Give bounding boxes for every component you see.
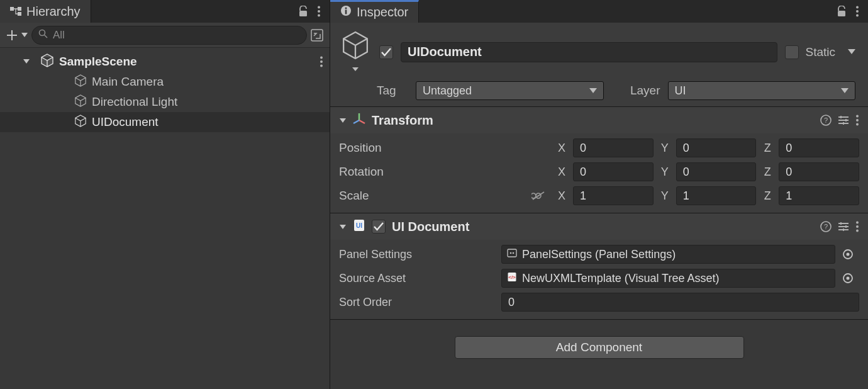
static-checkbox[interactable] xyxy=(785,45,799,59)
position-y-input[interactable]: 0 xyxy=(676,138,757,157)
x-label: X xyxy=(554,166,569,179)
scale-label: Scale xyxy=(339,189,528,203)
inspector-panel: Inspector UIDocument xyxy=(330,0,868,389)
source-asset-field[interactable]: </> NewUXMLTemplate (Visual Tree Asset) xyxy=(501,269,835,288)
component-menu-icon[interactable] xyxy=(855,115,859,126)
object-picker-icon[interactable] xyxy=(840,247,855,262)
hierarchy-item-directional-light[interactable]: Directional Light xyxy=(0,92,330,112)
hierarchy-item-label: Directional Light xyxy=(92,95,177,109)
scale-z-input[interactable]: 1 xyxy=(779,186,859,205)
add-component-button[interactable]: Add Component xyxy=(455,336,744,359)
object-picker-icon[interactable] xyxy=(840,271,855,286)
tag-value: Untagged xyxy=(423,84,472,98)
svg-rect-2 xyxy=(18,12,21,16)
svg-point-11 xyxy=(320,60,323,63)
y-label: Y xyxy=(657,166,672,179)
sort-order-input[interactable]: 0 xyxy=(501,293,859,312)
source-asset-value: NewUXMLTemplate (Visual Tree Asset) xyxy=(522,272,719,285)
search-placeholder: All xyxy=(53,29,65,42)
hierarchy-toolbar: All xyxy=(0,23,330,48)
gameobject-cube-icon[interactable] xyxy=(339,29,372,62)
hierarchy-tab[interactable]: Hierarchy xyxy=(0,0,91,23)
hierarchy-tree: SampleScene Main Camera Directional Ligh… xyxy=(0,48,330,136)
uidocument-component: UI UI Document ? Panel Settings PanelSet… xyxy=(330,213,868,320)
static-dropdown-icon[interactable] xyxy=(848,49,855,55)
preset-icon[interactable] xyxy=(838,115,849,126)
rotation-x-input[interactable]: 0 xyxy=(573,162,654,181)
info-icon xyxy=(340,5,352,20)
chevron-down-icon xyxy=(23,59,35,65)
hierarchy-icon xyxy=(10,4,21,19)
svg-rect-0 xyxy=(10,7,14,11)
hierarchy-tab-bar: Hierarchy xyxy=(0,0,330,23)
active-checkbox[interactable] xyxy=(379,45,393,59)
svg-rect-3 xyxy=(299,11,307,16)
hierarchy-item-uidocument[interactable]: UIDocument xyxy=(0,112,330,132)
hierarchy-panel: Hierarchy All xyxy=(0,0,330,389)
panel-settings-value: PanelSettings (Panel Settings) xyxy=(522,248,676,261)
chevron-down-icon[interactable] xyxy=(352,62,359,75)
z-label: Z xyxy=(760,166,775,179)
inspector-lock-icon[interactable] xyxy=(837,6,847,17)
svg-point-5 xyxy=(318,10,320,13)
uidocument-header[interactable]: UI UI Document ? xyxy=(330,213,868,240)
help-icon[interactable]: ? xyxy=(820,221,832,232)
preset-icon[interactable] xyxy=(838,221,849,232)
inspector-tab[interactable]: Inspector xyxy=(330,0,419,23)
transform-header[interactable]: Transform ? xyxy=(330,107,868,133)
sort-order-value: 0 xyxy=(508,296,515,309)
transform-icon xyxy=(353,113,365,128)
svg-point-17 xyxy=(856,6,859,9)
tag-dropdown[interactable]: Untagged xyxy=(416,81,604,100)
position-z-input[interactable]: 0 xyxy=(779,138,859,157)
constrain-scale-icon[interactable] xyxy=(531,191,550,201)
object-name-input[interactable]: UIDocument xyxy=(401,42,777,62)
hierarchy-item-label: UIDocument xyxy=(92,115,159,129)
hierarchy-item-label: Main Camera xyxy=(92,75,164,89)
svg-point-19 xyxy=(856,14,859,17)
hierarchy-scene-row[interactable]: SampleScene xyxy=(0,52,330,72)
add-dropdown-icon[interactable] xyxy=(21,33,28,38)
position-x-input[interactable]: 0 xyxy=(573,138,654,157)
chevron-down-icon xyxy=(339,114,347,127)
static-label: Static xyxy=(805,45,835,59)
hierarchy-search-input[interactable]: All xyxy=(31,26,307,45)
x-label: X xyxy=(554,189,569,203)
source-asset-label: Source Asset xyxy=(339,272,496,285)
svg-rect-1 xyxy=(18,7,21,11)
svg-point-12 xyxy=(320,65,323,67)
transform-component: Transform ? Position X 0 Y 0 Z 0 Rotati xyxy=(330,107,868,213)
hierarchy-menu-icon[interactable] xyxy=(317,6,321,17)
svg-point-14 xyxy=(345,8,347,9)
svg-point-25 xyxy=(856,115,859,118)
hierarchy-lock-icon[interactable] xyxy=(298,6,308,17)
gameobject-icon xyxy=(74,115,87,130)
inspector-menu-icon[interactable] xyxy=(855,6,859,17)
rotation-z-input[interactable]: 0 xyxy=(779,162,859,181)
add-button[interactable] xyxy=(6,30,18,41)
uidocument-title: UI Document xyxy=(392,220,469,234)
hierarchy-item-main-camera[interactable]: Main Camera xyxy=(0,72,330,92)
svg-point-44 xyxy=(847,277,850,280)
panel-settings-field[interactable]: PanelSettings (Panel Settings) xyxy=(501,245,835,264)
svg-point-18 xyxy=(856,10,859,13)
layer-dropdown[interactable]: UI xyxy=(668,81,856,100)
svg-point-26 xyxy=(856,119,859,121)
tag-label: Tag xyxy=(377,84,412,98)
chevron-down-icon xyxy=(339,220,347,234)
y-label: Y xyxy=(657,189,672,203)
component-enabled-checkbox[interactable] xyxy=(372,220,386,234)
panelsettings-icon xyxy=(507,248,517,261)
scene-menu-icon[interactable] xyxy=(320,56,323,67)
svg-rect-9 xyxy=(311,30,323,41)
svg-point-33 xyxy=(856,222,859,224)
hierarchy-view-icon[interactable] xyxy=(311,29,323,42)
uidocument-icon: UI xyxy=(353,219,365,235)
component-menu-icon[interactable] xyxy=(855,221,859,232)
svg-line-21 xyxy=(359,120,365,123)
help-icon[interactable]: ? xyxy=(820,115,832,126)
scale-y-input[interactable]: 1 xyxy=(676,186,757,205)
rotation-label: Rotation xyxy=(339,165,528,179)
scale-x-input[interactable]: 1 xyxy=(573,186,654,205)
rotation-y-input[interactable]: 0 xyxy=(676,162,757,181)
